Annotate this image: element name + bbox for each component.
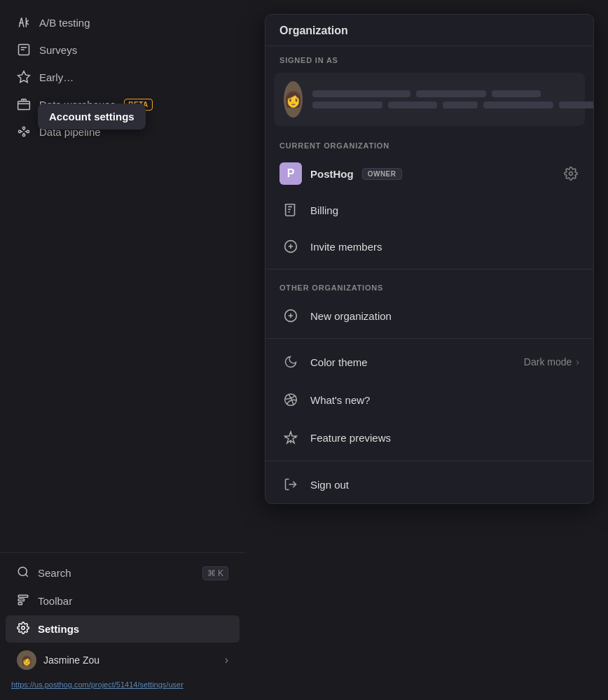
organization-dropdown: Organization SIGNED IN AS 👩 xyxy=(265,14,594,504)
moon-icon xyxy=(279,351,302,373)
search-label: Search xyxy=(38,567,71,579)
sign-out-label: Sign out xyxy=(310,479,579,491)
sidebar-bottom: Search ⌘ K Toolbar Settings xyxy=(0,552,245,700)
search-icon xyxy=(17,566,29,580)
user-section[interactable]: 👩 Jasmine Zou › xyxy=(6,643,240,677)
dropdown-header: Organization xyxy=(265,15,593,46)
invite-plus-icon xyxy=(279,235,302,258)
sparkle-icon xyxy=(279,426,302,449)
info-line-email-4 xyxy=(483,102,553,108)
toolbar-label: Toolbar xyxy=(38,595,72,607)
sidebar-item-toolbar[interactable]: Toolbar xyxy=(6,587,240,615)
chevron-right-icon: › xyxy=(576,356,579,368)
info-row-2 xyxy=(312,102,593,108)
sidebar-item-early-label: Early… xyxy=(39,71,74,83)
info-line-name-1 xyxy=(312,90,410,97)
user-avatar-small: 👩 xyxy=(17,650,36,670)
color-theme-row[interactable]: Color theme Dark mode › xyxy=(265,343,593,381)
svg-rect-13 xyxy=(286,204,295,216)
org-letter: P xyxy=(287,167,295,180)
signout-icon xyxy=(279,473,302,496)
ab-icon xyxy=(17,15,31,29)
feature-previews-row[interactable]: Feature previews xyxy=(265,419,593,456)
user-chevron-icon: › xyxy=(225,654,228,666)
early-icon xyxy=(17,70,31,84)
sidebar-nav: A/B testing Surveys Early… xyxy=(0,0,245,552)
org-name: PostHog xyxy=(310,168,354,180)
account-settings-tooltip: Account settings xyxy=(38,104,146,130)
sidebar-item-ab-label: A/B testing xyxy=(39,17,90,29)
user-avatar-large: 👩 xyxy=(284,81,303,118)
new-org-plus-icon xyxy=(279,304,302,327)
svg-rect-7 xyxy=(18,595,28,597)
surveys-icon xyxy=(17,43,31,57)
svg-point-2 xyxy=(19,130,21,132)
invite-label: Invite members xyxy=(310,241,382,253)
divider-1 xyxy=(265,269,593,270)
billing-icon xyxy=(279,199,302,221)
settings-label: Settings xyxy=(38,623,79,635)
svg-rect-9 xyxy=(18,603,22,605)
divider-2 xyxy=(265,338,593,339)
svg-point-3 xyxy=(22,127,25,129)
warehouse-icon xyxy=(17,97,31,111)
sidebar-item-ab-testing[interactable]: A/B testing xyxy=(6,9,240,36)
sidebar-item-search[interactable]: Search ⌘ K xyxy=(6,559,240,587)
sidebar-item-settings[interactable]: Settings xyxy=(6,615,240,643)
panel-scroll: Organization SIGNED IN AS 👩 xyxy=(265,15,593,503)
sign-out-row[interactable]: Sign out xyxy=(265,465,593,503)
svg-point-10 xyxy=(22,626,25,630)
invite-row[interactable]: Invite members xyxy=(265,228,593,265)
org-row-posthog[interactable]: P PostHog OWNER xyxy=(265,155,593,192)
svg-rect-1 xyxy=(18,102,30,110)
svg-rect-8 xyxy=(18,599,24,601)
whats-new-icon xyxy=(279,388,302,411)
sidebar-item-surveys[interactable]: Surveys xyxy=(6,36,240,63)
svg-point-5 xyxy=(27,130,29,132)
search-shortcut: ⌘ K xyxy=(202,566,228,580)
new-org-label: New organization xyxy=(310,310,392,322)
sidebar-item-early[interactable]: Early… xyxy=(6,64,240,90)
divider-3 xyxy=(265,461,593,461)
whats-new-row[interactable]: What's new? xyxy=(265,381,593,419)
feature-previews-label: Feature previews xyxy=(310,432,579,444)
info-line-email-3 xyxy=(443,102,478,108)
pipeline-icon xyxy=(17,125,31,139)
svg-point-6 xyxy=(18,567,27,575)
color-theme-label: Color theme xyxy=(310,356,516,368)
signed-in-label: SIGNED IN AS xyxy=(265,46,593,70)
svg-point-4 xyxy=(22,134,25,136)
billing-row[interactable]: Billing xyxy=(265,192,593,228)
org-owner-badge: OWNER xyxy=(362,168,402,180)
svg-point-12 xyxy=(569,172,573,176)
color-theme-value: Dark mode › xyxy=(524,356,579,368)
dropdown-title: Organization xyxy=(279,24,348,36)
info-line-email-1 xyxy=(312,102,382,108)
info-line-email-2 xyxy=(388,102,437,108)
org-icon-posthog: P xyxy=(279,162,302,185)
billing-label: Billing xyxy=(310,204,338,216)
info-row-1 xyxy=(312,90,593,97)
info-line-name-2 xyxy=(416,90,486,97)
info-line-email-5 xyxy=(559,102,593,108)
other-orgs-label: OTHER ORGANIZATIONS xyxy=(265,274,593,298)
url-bar: https://us.posthog.com/project/51414/set… xyxy=(0,678,245,694)
org-settings-gear[interactable] xyxy=(562,165,579,182)
user-name: Jasmine Zou xyxy=(43,654,99,666)
new-org-row[interactable]: New organization xyxy=(265,298,593,334)
sidebar-item-surveys-label: Surveys xyxy=(39,44,77,56)
signed-in-row[interactable]: 👩 xyxy=(274,73,585,126)
settings-icon xyxy=(17,622,29,636)
tooltip-label: Account settings xyxy=(49,111,134,122)
current-org-label: CURRENT ORGANIZATION xyxy=(265,132,593,155)
user-info-lines xyxy=(312,90,593,108)
whats-new-label: What's new? xyxy=(310,394,579,406)
info-line-name-3 xyxy=(492,90,541,97)
toolbar-icon xyxy=(17,594,29,608)
